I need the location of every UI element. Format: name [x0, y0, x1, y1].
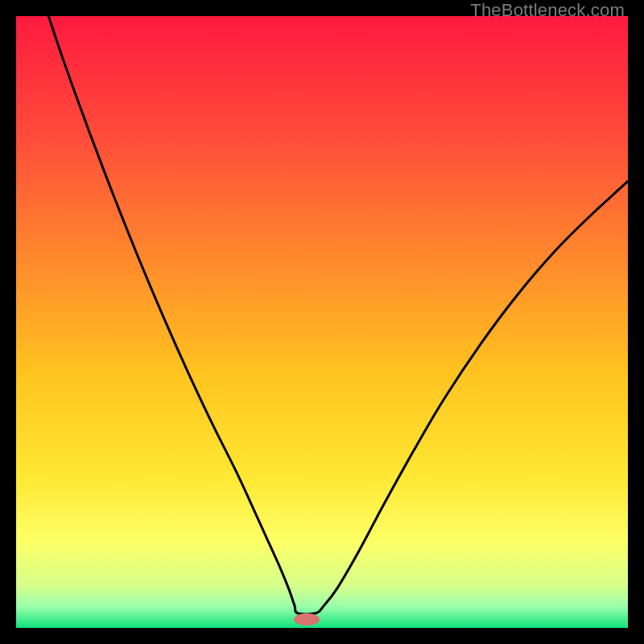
- bottleneck-minimum-marker: [294, 613, 320, 625]
- bottleneck-chart: [16, 16, 628, 628]
- gradient-background: [16, 16, 628, 628]
- watermark-text: TheBottleneck.com: [470, 0, 625, 21]
- chart-frame: [16, 16, 628, 628]
